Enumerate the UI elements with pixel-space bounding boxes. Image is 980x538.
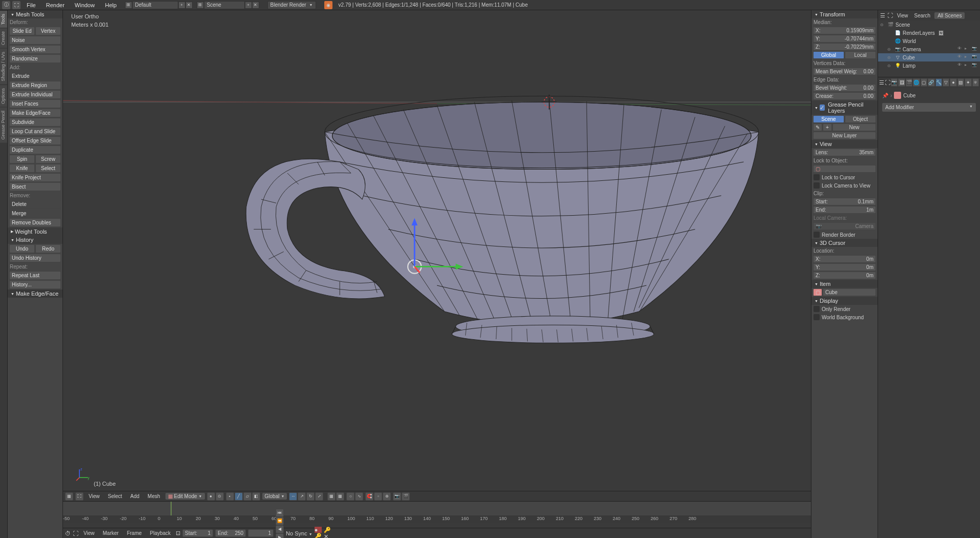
sync-mode-select[interactable]: No Sync ▼: [286, 530, 312, 536]
cursor-x-field[interactable]: X:0m: [813, 255, 876, 263]
render-tab-icon[interactable]: 📷: [891, 78, 898, 87]
selectable-icon[interactable]: ▸: [965, 54, 971, 60]
select-menu[interactable]: Select: [105, 492, 126, 500]
smooth-vertex-button[interactable]: Smooth Vertex: [9, 45, 61, 54]
median-z-field[interactable]: Z:-0.70229mm: [813, 43, 876, 51]
renderable-icon[interactable]: 📷: [972, 54, 978, 60]
repeat-last-button[interactable]: Repeat Last: [9, 271, 61, 280]
gp-object-button[interactable]: Object: [845, 115, 876, 123]
menu-window[interactable]: Window: [71, 1, 99, 9]
gp-add-icon[interactable]: +: [823, 123, 832, 131]
limit-selection-icon[interactable]: ◧: [252, 492, 260, 501]
object-tab-icon[interactable]: ▢: [921, 78, 927, 87]
bevel-weight-field[interactable]: Bevel Weight:0.00: [813, 84, 876, 92]
collapse-menus-icon[interactable]: ⛶: [75, 492, 84, 501]
editor-type-props-icon[interactable]: ☰: [879, 79, 884, 86]
render-border-check[interactable]: Render Border: [811, 231, 878, 239]
redo-button[interactable]: Redo: [35, 244, 61, 253]
outliner-search-menu[interactable]: Search: [912, 12, 933, 19]
mode-select[interactable]: ▦ Edit Mode ▼: [165, 493, 205, 500]
knife-button[interactable]: Knife: [9, 164, 35, 173]
mesh-tools-header[interactable]: Mesh Tools: [8, 10, 62, 18]
jump-start-icon[interactable]: ⏮: [276, 509, 284, 517]
make-edge-face-button[interactable]: Make Edge/Face: [9, 109, 61, 117]
clip-end-field[interactable]: End:1m: [813, 206, 876, 214]
physics-tab-icon[interactable]: ⚛: [972, 78, 979, 87]
cursor-y-field[interactable]: Y:0m: [813, 263, 876, 271]
scene-add-btn[interactable]: +: [245, 2, 252, 9]
proportional-falloff-icon[interactable]: ∿: [355, 492, 363, 501]
layout-add-btn[interactable]: +: [178, 2, 185, 9]
merge-button[interactable]: Merge: [9, 209, 61, 218]
disclosure-icon[interactable]: ⊖: [887, 55, 892, 60]
manipulator-scale-icon[interactable]: ⤢: [315, 492, 323, 501]
opengl-render-icon[interactable]: 📷: [393, 492, 401, 501]
only-render-check[interactable]: Only Render: [811, 305, 878, 313]
editor-type-3dview-icon[interactable]: ▦: [65, 492, 73, 501]
proportional-edit-icon[interactable]: ○: [346, 492, 355, 501]
view-menu[interactable]: View: [86, 492, 103, 500]
manipulator-toggle-icon[interactable]: ↔: [289, 492, 297, 501]
modifiers-tab-icon[interactable]: 🔧: [935, 78, 942, 87]
menu-file[interactable]: File: [23, 1, 40, 9]
outliner-item[interactable]: 🌐 World: [878, 37, 980, 45]
tl-playback-menu[interactable]: Playback: [147, 529, 174, 537]
play-icon[interactable]: ▶: [276, 533, 284, 539]
editor-type-icon[interactable]: ⓘ: [2, 1, 10, 9]
outliner-item[interactable]: ⊖ ▽ Cube 👁▸📷: [878, 53, 980, 61]
scene-browse-icon[interactable]: ⊞: [197, 2, 204, 9]
disclosure-icon[interactable]: ⊖: [887, 47, 892, 52]
layout-delete-btn[interactable]: ✕: [185, 2, 193, 9]
texture-tab-icon[interactable]: ▨: [957, 78, 964, 87]
undo-history-button[interactable]: Undo History: [9, 254, 61, 262]
pin-icon[interactable]: 📌: [882, 93, 888, 98]
local-camera-field[interactable]: 📷Camera: [813, 222, 876, 230]
tl-view-menu[interactable]: View: [80, 529, 98, 537]
orientation-select[interactable]: Global ▼: [262, 493, 287, 500]
outliner-view-menu[interactable]: View: [895, 12, 910, 19]
layer-btn[interactable]: ▦: [327, 492, 336, 501]
pivot-icon[interactable]: ⊙: [216, 492, 224, 501]
menu-help[interactable]: Help: [101, 1, 121, 9]
timeline-cursor[interactable]: [171, 502, 172, 515]
material-tab-icon[interactable]: ●: [950, 78, 956, 87]
world-tab-icon[interactable]: 🌐: [913, 78, 920, 87]
manipulator-rotate-icon[interactable]: ↻: [306, 492, 315, 501]
offset-edge-button[interactable]: Offset Edge Slide: [9, 136, 61, 145]
visibility-icon[interactable]: 👁: [957, 46, 964, 52]
opengl-anim-icon[interactable]: 🎬: [402, 492, 410, 501]
outliner-item[interactable]: ⊖ 💡 Lamp 👁▸📷: [878, 61, 980, 70]
item-name-field[interactable]: Cube: [823, 288, 876, 296]
manipulator-translate-icon[interactable]: ↗: [298, 492, 306, 501]
tab-grease-pencil[interactable]: Grease Pencil: [0, 107, 7, 143]
duplicate-button[interactable]: Duplicate: [9, 146, 61, 154]
median-x-field[interactable]: X:0.15909mm: [813, 27, 876, 34]
disclosure-icon[interactable]: ⊖: [887, 64, 892, 68]
play-reverse-icon[interactable]: ◀: [276, 525, 284, 533]
tl-marker-menu[interactable]: Marker: [100, 529, 122, 537]
3d-viewport[interactable]: User Ortho Meters x 0.001 (1) Cube z y ▦…: [63, 10, 811, 538]
outliner-item[interactable]: 📄 RenderLayers 🖼: [878, 29, 980, 37]
range-icon[interactable]: ⊡: [176, 530, 180, 536]
lock-cursor-check[interactable]: Lock to Cursor: [811, 173, 878, 181]
gp-new-button[interactable]: New: [832, 123, 876, 131]
props-expand-icon[interactable]: ⛶: [885, 79, 890, 86]
outliner-expand-icon[interactable]: ⛶: [887, 12, 893, 18]
select-button[interactable]: Select: [35, 164, 61, 173]
clip-start-field[interactable]: Start:0.1mm: [813, 198, 876, 205]
keyframe-insert-icon[interactable]: 🔑: [324, 527, 331, 533]
tl-frame-menu[interactable]: Frame: [124, 529, 145, 537]
particles-tab-icon[interactable]: ✦: [965, 78, 971, 87]
scene-tab-icon[interactable]: 🎬: [906, 78, 912, 87]
global-button[interactable]: Global: [813, 51, 844, 59]
loop-cut-button[interactable]: Loop Cut and Slide: [9, 127, 61, 136]
edge-select-icon[interactable]: ╱: [235, 492, 243, 501]
mean-bevel-field[interactable]: Mean Bevel Weig:0.00: [813, 68, 876, 75]
noise-button[interactable]: Noise: [9, 36, 61, 45]
selectable-icon[interactable]: ▸: [965, 46, 971, 52]
collapse-timeline-icon[interactable]: ⛶: [73, 530, 78, 536]
spin-button[interactable]: Spin: [9, 155, 35, 163]
visibility-icon[interactable]: 👁: [957, 63, 964, 69]
extrude-button[interactable]: Extrude: [9, 72, 61, 80]
gp-browse-icon[interactable]: ✎: [813, 123, 822, 131]
